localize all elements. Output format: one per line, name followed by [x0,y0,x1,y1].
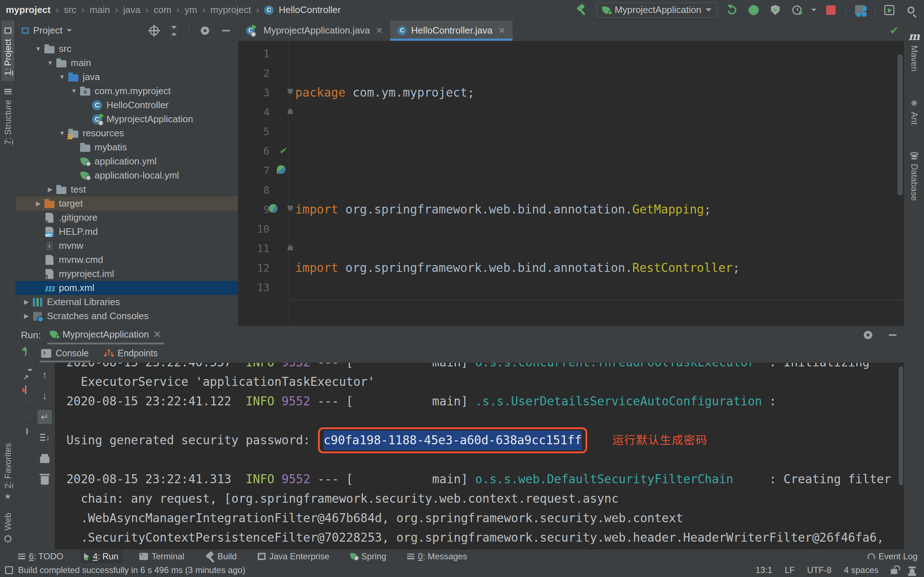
tool-stripe-project[interactable]: 1: Project [2,20,15,81]
tool-stripe-maven[interactable]: m Maven [907,20,921,77]
tab-myprojectapplication[interactable]: C MyprojectApplication.java ✕ [238,20,390,41]
console-output[interactable]: 2020-08-15 23:22:40.557 INFO 9552 --- [ … [55,363,904,549]
breadcrumb-segment[interactable]: java [123,4,141,16]
soft-wrap-icon[interactable]: ↵ [37,410,52,424]
tree-item-external-libraries[interactable]: ▶ External Libraries [16,295,238,309]
breadcrumb-segment[interactable]: main [89,4,110,16]
line-ending[interactable]: LF [785,565,795,575]
tool-stripe-web[interactable]: Web [2,507,15,549]
tree-item-help-md[interactable]: MD HELP.md [16,225,238,239]
up-stacktrace-icon[interactable]: ↑ [37,368,52,382]
breadcrumb-segment[interactable]: ym [184,4,197,16]
tree-item-mvnw[interactable]: › mvnw [16,239,238,253]
breadcrumb-file[interactable]: HelloController [279,4,341,16]
inspections-ok-icon[interactable]: ✔ [890,24,899,37]
event-log-label[interactable]: Event Log [879,551,918,561]
chevron-collapsed-icon[interactable]: ▶ [21,298,32,306]
toolbar-messages[interactable]: 0: Messages [404,550,471,563]
toolbar-spring[interactable]: Spring [347,550,390,563]
tool-stripe-favorites[interactable]: 2: Favorites ★ [2,437,15,507]
tab-console[interactable]: Console [40,344,90,363]
chevron-expanded-icon[interactable]: ▼ [57,74,68,81]
chevron-expanded-icon[interactable]: ▼ [33,45,44,53]
build-hammer-icon[interactable] [575,3,589,17]
highlighting-level-icon[interactable] [909,569,914,574]
console-log-line[interactable]: 2020-08-15 23:22:40.557 INFO 9552 --- [ … [66,363,904,372]
tree-item-hellocontroller[interactable]: C HelloController [16,98,238,112]
down-stacktrace-icon[interactable]: ↓ [37,389,52,403]
tool-stripe-database[interactable]: Database [908,131,921,206]
run-anything-icon[interactable] [882,3,897,17]
hide-panel-icon[interactable] [888,334,897,336]
toolbar-build[interactable]: Build [202,550,241,563]
tree-item-target[interactable]: ▶ target [16,197,238,211]
chevron-collapsed-icon[interactable]: ▶ [45,186,56,193]
tool-stripe-structure[interactable]: 7: Structure [2,81,15,150]
unlock-icon[interactable] [891,569,897,574]
exit-icon[interactable] [24,387,26,393]
project-panel-title[interactable]: Project [33,25,63,36]
generated-password[interactable]: c90fa198-1188-45e3-a60d-638a9cc151ff [323,430,582,450]
breadcrumb-segment[interactable]: src [64,4,76,16]
tree-item-scratches[interactable]: ▶ Scratches and Consoles [16,309,238,323]
console-log-line[interactable]: chain: any request, [org.springframework… [66,489,904,508]
console-log-line[interactable]: .SecurityContextPersistenceFilter@702282… [66,528,904,548]
tree-item-mvnw-cmd[interactable]: mvnw.cmd [16,253,238,267]
tree-item-application-yml[interactable]: application.yml [16,154,238,168]
editor-scrollbar[interactable] [898,54,903,195]
console-password-line[interactable]: Using generated security password: c90fa… [66,430,904,450]
search-everywhere-icon[interactable] [904,3,918,17]
event-log-icon[interactable] [868,553,875,560]
indent-setting[interactable]: 4 spaces [844,565,879,575]
chevron-expanded-icon[interactable]: ▼ [57,130,68,137]
debug-icon[interactable] [746,3,761,17]
spring-class-gutter-icon[interactable] [277,165,286,174]
console-log-line[interactable]: 2020-08-15 23:22:41.313 INFO 9552 --- [ … [66,469,904,489]
file-encoding[interactable]: UTF-8 [807,565,832,575]
tree-item-gitignore[interactable]: .gitignore [16,211,238,225]
tree-item-package[interactable]: ▼ com.ym.myproject [16,84,238,98]
console-scrollbar[interactable] [899,366,903,485]
status-message[interactable]: Build completed successfully in 6 s 496 … [18,565,246,575]
tab-endpoints[interactable]: Endpoints [102,344,159,363]
toolbar-run[interactable]: 4: Run [81,550,122,563]
print-icon[interactable] [37,451,52,466]
toolwindow-toggle-icon[interactable] [5,566,13,574]
chevron-expanded-icon[interactable]: ▼ [45,60,56,67]
chevron-down-icon[interactable] [67,29,72,32]
code-text[interactable]: package com.ym.myproject; import org.spr… [289,41,904,326]
profiler-icon[interactable] [790,3,804,17]
tree-item-src[interactable]: ▼ src [16,42,238,56]
tree-item-pom-xml[interactable]: m pom.xml [16,281,238,295]
breadcrumb-root[interactable]: myproject [6,4,50,16]
console-log-line[interactable]: ExecutorService 'applicationTaskExecutor… [66,372,904,392]
breadcrumb-segment[interactable]: com [154,4,171,16]
locate-file-icon[interactable] [149,26,159,35]
tool-stripe-ant[interactable]: ❋ Ant [908,77,921,131]
tree-item-java[interactable]: ▼ java [16,70,238,84]
tab-hellocontroller[interactable]: C HelloController.java ✕ [390,20,513,41]
stop-icon[interactable] [824,3,838,17]
coverage-icon[interactable] [768,3,782,17]
toolbar-terminal[interactable]: Terminal [136,550,188,563]
close-icon[interactable]: ✕ [498,26,505,36]
console-log-line[interactable]: .WebAsyncManagerIntegrationFilter@467b68… [66,508,904,528]
run-tab-myprojectapplication[interactable]: MyprojectApplication ✕ [47,327,164,344]
toolbar-todo[interactable]: 6: TODO [15,550,67,563]
tree-item-test[interactable]: ▶ test [16,182,238,197]
run-config-selector[interactable]: MyprojectApplication [596,3,717,18]
project-structure-icon[interactable] [853,3,867,17]
tree-item-main[interactable]: ▼ main [16,56,238,70]
chevron-expanded-icon[interactable]: ▼ [69,88,79,95]
request-mapping-gutter-icon[interactable] [269,204,278,213]
rerun-icon[interactable] [24,348,27,355]
spring-bean-gutter-icon[interactable]: ✔ [281,146,286,156]
code-area[interactable]: 1 2 3 4 5 6✔ 7 8 9 10 11 12 13 [238,41,904,326]
tree-item-myprojectapplication[interactable]: C MyprojectApplication [16,112,238,126]
tree-item-mybatis[interactable]: mybatis [16,140,238,154]
caret-position[interactable]: 13:1 [756,565,772,575]
gear-icon[interactable] [200,26,210,35]
hide-panel-icon[interactable] [222,30,230,31]
chevron-collapsed-icon[interactable]: ▶ [21,312,32,320]
chevron-down-icon[interactable] [811,9,816,11]
